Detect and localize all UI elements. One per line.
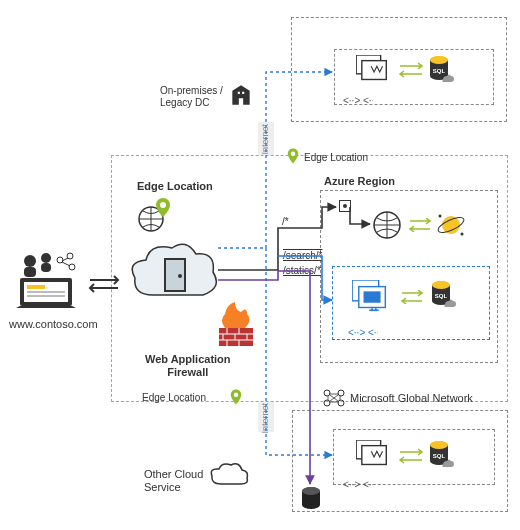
- connectors-overlay: [0, 0, 520, 530]
